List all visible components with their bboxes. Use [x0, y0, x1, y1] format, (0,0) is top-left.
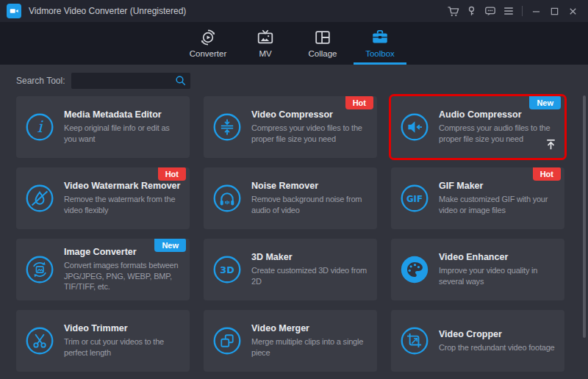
search-icon[interactable]	[171, 75, 190, 86]
video-merger-icon	[212, 326, 242, 355]
tool-description: Convert images formats between JPG/JPEG,…	[64, 260, 182, 292]
tool-card-video-cropper[interactable]: Video Cropper Crop the redundant video f…	[391, 310, 564, 372]
search-row: Search Tool:	[0, 65, 588, 96]
tool-title: Video Watermark Remover	[64, 181, 182, 191]
tool-title: Video Merger	[251, 323, 370, 333]
gif-maker-icon: GIF	[400, 184, 429, 213]
video-compress-icon	[212, 112, 242, 142]
converter-icon	[198, 27, 218, 47]
app-logo-icon	[7, 4, 21, 18]
feedback-icon[interactable]	[481, 1, 499, 21]
tool-description: Merge multiple clips into a single piece	[251, 336, 370, 358]
search-box	[71, 73, 190, 89]
tool-description: Compress your audio files to the proper …	[439, 123, 557, 144]
tabbar: Converter MV Collage Toolbox	[0, 22, 588, 65]
noise-remover-icon	[212, 184, 242, 213]
tab-label: MV	[259, 49, 271, 58]
badge: New	[529, 96, 561, 109]
watermark-remover-icon	[25, 184, 54, 213]
close-button[interactable]	[564, 1, 582, 21]
tab-label: Collage	[309, 49, 337, 58]
titlebar: Vidmore Video Converter (Unregistered)	[0, 0, 588, 22]
app-window: { "titlebar": { "title": "Vidmore Video …	[0, 0, 588, 379]
badge: New	[154, 239, 186, 252]
titlebar-divider	[522, 6, 523, 16]
tool-title: 3D Maker	[251, 252, 370, 262]
tool-title: Video Cropper	[439, 329, 557, 339]
tool-title: Media Metadata Editor	[64, 109, 182, 120]
tool-title: Audio Compressor	[439, 109, 557, 120]
collage-icon	[313, 27, 332, 47]
titlebar-actions	[444, 1, 582, 21]
tool-title: Video Enhancer	[439, 252, 557, 262]
search-label: Search Tool:	[16, 76, 65, 86]
tab-converter[interactable]: Converter	[179, 22, 237, 65]
tool-description: Trim or cut your videos to the perfect l…	[64, 336, 182, 358]
tab-label: Toolbox	[365, 49, 395, 58]
menu-icon[interactable]	[499, 1, 517, 21]
tool-title: Video Trimmer	[64, 323, 182, 333]
tool-description: Keep original file info or edit as you w…	[64, 123, 182, 144]
toolbox-icon	[370, 27, 390, 47]
tool-card-noise-remover[interactable]: Noise Remover Remove background noise fr…	[204, 167, 377, 229]
tool-description: Remove the watermark from the video flex…	[64, 194, 182, 215]
tool-card-video-enhancer[interactable]: Video Enhancer Improve your video qualit…	[391, 239, 564, 300]
tool-description: Remove background noise from audio of vi…	[251, 194, 370, 215]
tool-title: GIF Maker	[439, 181, 557, 191]
info-icon: i	[25, 112, 54, 142]
mv-icon	[256, 27, 275, 47]
svg-text:GIF: GIF	[406, 194, 423, 204]
badge: Hot	[158, 167, 186, 181]
svg-text:3D: 3D	[220, 264, 234, 275]
search-input[interactable]	[71, 73, 171, 89]
tab-mv[interactable]: MV	[237, 22, 294, 65]
tool-card-media-metadata-editor[interactable]: i Media Metadata Editor Keep original fi…	[16, 96, 190, 158]
video-enhancer-icon	[400, 255, 429, 284]
tool-card-video-watermark-remover[interactable]: Hot Video Watermark Remover Remove the w…	[16, 167, 190, 229]
tool-description: Make customized GIF with your video or i…	[439, 194, 557, 215]
tool-description: Improve your video quality in several wa…	[439, 265, 557, 286]
tab-label: Converter	[190, 49, 227, 58]
minimize-button[interactable]	[527, 1, 545, 21]
tool-card-3d-maker[interactable]: 3D 3D Maker Create customized 3D video f…	[204, 239, 377, 300]
tool-card-video-compressor[interactable]: Hot Video Compressor Compress your video…	[204, 96, 377, 158]
tool-title: Noise Remover	[251, 181, 370, 191]
video-trimmer-icon	[25, 326, 54, 355]
tool-description: Create customized 3D video from 2D	[251, 265, 370, 286]
tool-title: Video Compressor	[251, 109, 370, 120]
tool-card-video-merger[interactable]: Video Merger Merge multiple clips into a…	[204, 310, 377, 372]
cart-icon[interactable]	[444, 1, 462, 21]
badge: Hot	[345, 96, 373, 109]
tool-card-image-converter[interactable]: New Image Converter Convert images forma…	[16, 239, 190, 300]
key-icon[interactable]	[462, 1, 481, 21]
tool-description: Compress your video files to the proper …	[251, 123, 370, 144]
audio-compress-icon	[400, 112, 429, 142]
tool-card-gif-maker[interactable]: Hot GIF GIF Maker Make customized GIF wi…	[391, 167, 564, 229]
scrollbar[interactable]	[583, 95, 586, 338]
tool-card-audio-compressor[interactable]: New Audio Compressor Compress your audio…	[391, 96, 564, 158]
tab-toolbox[interactable]: Toolbox	[351, 22, 409, 65]
3d-maker-icon: 3D	[212, 255, 242, 284]
image-converter-icon	[25, 255, 54, 284]
video-cropper-icon	[400, 326, 429, 355]
tool-grid: i Media Metadata Editor Keep original fi…	[0, 96, 588, 372]
tool-description: Crop the redundant video footage	[439, 342, 557, 353]
svg-text:i: i	[37, 118, 44, 136]
badge: Hot	[533, 167, 561, 181]
window-title: Vidmore Video Converter (Unregistered)	[29, 6, 186, 16]
tab-collage[interactable]: Collage	[294, 22, 351, 65]
maximize-button[interactable]	[545, 1, 564, 21]
open-tool-arrow-icon[interactable]	[544, 137, 558, 154]
tool-card-video-trimmer[interactable]: Video Trimmer Trim or cut your videos to…	[16, 310, 190, 372]
